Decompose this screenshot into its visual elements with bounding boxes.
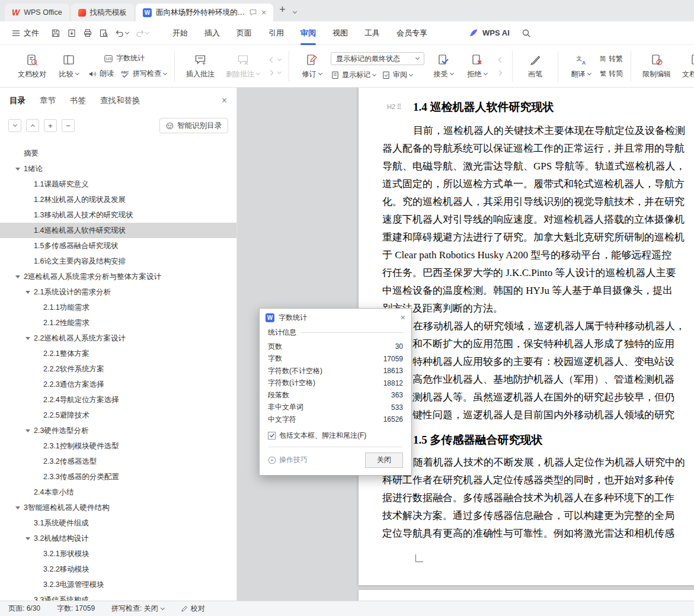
paragraph[interactable]: 目前，巡检机器人的关键技术主要体现在导航定位及设备检测器人配备的导航系统可以保证…: [382, 122, 694, 317]
outline-item[interactable]: 2巡检机器人系统需求分析与整体方案设计: [0, 269, 236, 284]
outline-item[interactable]: 2.2.4导航定位方案选择: [0, 392, 236, 408]
word-count-indicator[interactable]: 字数: 17059: [57, 604, 95, 614]
translate-button[interactable]: 文A 翻译: [566, 52, 596, 81]
tips-link[interactable]: 操作技巧: [268, 455, 308, 465]
undo-chevron-icon[interactable]: [125, 30, 129, 34]
menu-tab[interactable]: 引用: [260, 21, 292, 45]
outline-item[interactable]: 2.2巡检机器人系统方案设计: [0, 331, 236, 346]
review-button[interactable]: 审阅: [382, 70, 412, 80]
paragraph[interactable]: 随着机器人技术的不断发展，机器人定位作为机器人研究中的科研工作者在研究机器人定位…: [382, 454, 694, 543]
menu-tab[interactable]: 插入: [196, 21, 228, 45]
show-markup-button[interactable]: 显示标记: [331, 70, 376, 80]
previous-change-button[interactable]: [496, 56, 504, 64]
include-textbox-checkbox[interactable]: 包括文本框、脚注和尾注(F): [268, 431, 403, 441]
tab-docer-template[interactable]: 找稿壳模板: [71, 4, 135, 21]
next-comment-button[interactable]: [267, 69, 281, 77]
collapse-arrow-icon[interactable]: [25, 337, 30, 340]
outline-item[interactable]: 3.2.3电源管理模块: [0, 577, 236, 592]
outline-item[interactable]: 3.2.1形状模块: [0, 546, 236, 562]
search-icon[interactable]: [522, 28, 531, 38]
outline-item[interactable]: 2.1.2性能需求: [0, 315, 236, 331]
to-traditional-button[interactable]: 简 转繁: [600, 54, 623, 64]
collapse-arrow-icon[interactable]: [25, 291, 30, 294]
restrict-editing-button[interactable]: 限制编辑: [639, 52, 674, 81]
tab-current-document[interactable]: W 面向林场野外特种环境的巡检... ×: [136, 4, 273, 21]
page-indicator[interactable]: 页面: 6/30: [8, 604, 40, 614]
outline-item[interactable]: 1.4巡检机器人软件研究现状: [0, 223, 236, 238]
print-preview-icon[interactable]: [99, 28, 108, 38]
read-aloud-button[interactable]: 朗读: [88, 69, 114, 79]
section-heading-1-5[interactable]: 1.5 多传感器融合研究现状: [413, 432, 694, 448]
sidebar-close-icon[interactable]: ×: [222, 96, 227, 105]
spell-check-button[interactable]: ABC 拼写检查: [120, 69, 167, 79]
comment-bubble-icon[interactable]: [249, 8, 257, 17]
wps-ai-button[interactable]: WPS AI: [469, 28, 510, 38]
outline-item[interactable]: 3.2.2移动模块: [0, 562, 236, 577]
delete-comment-button[interactable]: 删除批注: [222, 52, 263, 81]
outline-item[interactable]: 3.1系统硬件组成: [0, 515, 236, 531]
undo-button[interactable]: [115, 28, 129, 38]
dialog-close-icon[interactable]: ×: [401, 313, 405, 322]
outline-item[interactable]: 2.3.3传感器的分类配置: [0, 469, 236, 485]
next-change-button[interactable]: [496, 69, 504, 77]
menu-tab[interactable]: 工具: [356, 21, 388, 45]
paragraph[interactable]: 在移动机器人的研究领域，巡逻机器人属于特种移动机器人，的研究和不断扩大的应用范围…: [382, 317, 694, 424]
redo-button[interactable]: [135, 28, 149, 38]
sidebar-tab[interactable]: 章节: [40, 95, 56, 106]
collapse-all-button[interactable]: [26, 119, 39, 132]
export-icon[interactable]: [67, 28, 76, 38]
to-simplified-button[interactable]: 繁 转简: [600, 69, 623, 79]
outline-item[interactable]: 摘要: [0, 146, 236, 161]
word-count-button[interactable]: 123 字数统计: [103, 53, 167, 64]
reject-button[interactable]: 拒绝: [462, 52, 492, 81]
close-button[interactable]: 关闭: [365, 453, 403, 468]
insert-comment-button[interactable]: 插入批注: [183, 52, 218, 81]
outline-item[interactable]: 1.3移动机器人技术的研究现状: [0, 207, 236, 223]
heading-level-marker[interactable]: H2: [387, 103, 401, 110]
outline-item[interactable]: 2.2.2软件系统方案: [0, 361, 236, 377]
outline-item[interactable]: 1.2林业机器人的现状及发展: [0, 192, 236, 207]
proofread-shortcut[interactable]: 校对: [181, 604, 205, 614]
outline-item[interactable]: 1.5多传感器融合研究现状: [0, 238, 236, 254]
sidebar-tab[interactable]: 目录: [9, 95, 25, 106]
expand-all-button[interactable]: [8, 119, 21, 132]
collapse-arrow-icon[interactable]: [15, 168, 20, 171]
menu-tab[interactable]: 审阅: [292, 21, 324, 45]
outline-item[interactable]: 2.4本章小结: [0, 485, 236, 500]
collapse-arrow-icon[interactable]: [15, 506, 20, 509]
menu-tab[interactable]: 开始: [164, 21, 196, 45]
promote-button[interactable]: +: [44, 119, 57, 132]
pen-button[interactable]: 画笔: [520, 52, 550, 81]
tab-close-icon[interactable]: ×: [261, 8, 266, 17]
outline-item[interactable]: 3智能巡检机器人硬件结构: [0, 500, 236, 515]
dialog-titlebar[interactable]: W 字数统计 ×: [260, 309, 411, 326]
outline-item[interactable]: 2.2.5避障技术: [0, 408, 236, 423]
checkbox-icon[interactable]: [268, 432, 276, 439]
outline-item[interactable]: 3.2机械结构设计: [0, 531, 236, 546]
file-menu-button[interactable]: 文件: [7, 28, 44, 38]
save-icon[interactable]: [51, 28, 60, 38]
track-changes-button[interactable]: 修订: [297, 52, 327, 81]
proofread-button[interactable]: 文档校对: [14, 52, 50, 81]
outline-item[interactable]: 1.6论文主要内容及结构安排: [0, 254, 236, 269]
demote-button[interactable]: −: [62, 119, 75, 132]
outline-item[interactable]: 1.1课题研究意义: [0, 177, 236, 192]
section-heading-1-4[interactable]: 1.4 巡检机器人软件研究现状: [413, 100, 694, 115]
outline-item[interactable]: 3.3通信系统构成: [0, 592, 236, 601]
menu-tab[interactable]: 视图: [324, 21, 356, 45]
encrypt-document-button[interactable]: 文档加密: [679, 52, 694, 81]
compare-button[interactable]: 比较: [54, 52, 84, 81]
sidebar-tab[interactable]: 书签: [70, 95, 86, 106]
outline-item[interactable]: 1绪论: [0, 161, 236, 177]
print-icon[interactable]: [83, 28, 92, 38]
previous-comment-button[interactable]: [267, 56, 281, 64]
outline-item[interactable]: 2.2.3通信方案选择: [0, 377, 236, 392]
collapse-arrow-icon[interactable]: [25, 429, 30, 432]
outline-item[interactable]: 2.3.1控制模块硬件选型: [0, 438, 236, 454]
sidebar-tab[interactable]: 查找和替换: [100, 95, 140, 106]
outline-item[interactable]: 2.3硬件选型分析: [0, 423, 236, 438]
tab-wps-home[interactable]: W WPS Office: [5, 4, 69, 21]
smart-recognize-toc-button[interactable]: 智能识别目录: [159, 118, 228, 133]
outline-item[interactable]: 2.1.1功能需求: [0, 300, 236, 315]
outline-item[interactable]: 2.2.1整体方案: [0, 346, 236, 361]
